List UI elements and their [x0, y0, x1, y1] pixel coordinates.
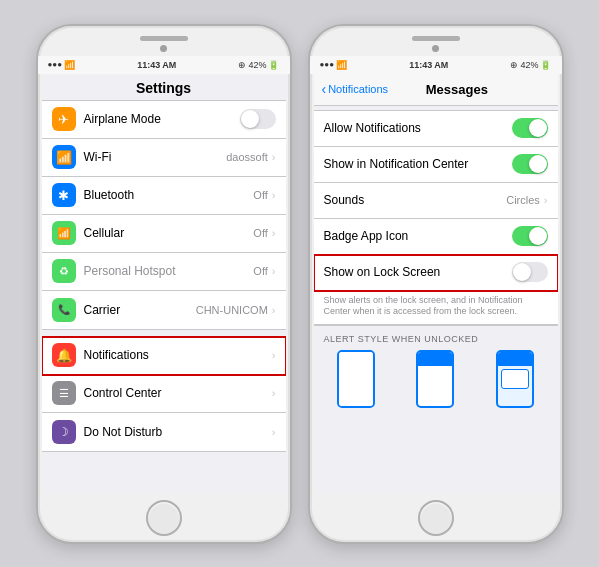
hotspot-icon: ♻ — [52, 259, 76, 283]
back-button[interactable]: ‹ Notifications — [322, 81, 389, 97]
location-icon: ⊕ — [238, 60, 246, 70]
phone-messages: ●●● 📶 11:43 AM ⊕ 42% 🔋 ‹ Notifications M… — [308, 24, 564, 544]
messages-notif-group: Allow Notifications Show in Notification… — [314, 110, 558, 412]
phone-mini-screen-none — [339, 352, 373, 406]
camera-dot — [160, 45, 167, 52]
cellular-icon: 📶 — [52, 221, 76, 245]
hotspot-value: Off — [253, 265, 267, 277]
allow-notif-toggle[interactable] — [512, 118, 548, 138]
row-airplane-mode[interactable]: ✈ Airplane Mode — [42, 101, 286, 139]
row-hotspot[interactable]: ♻ Personal Hotspot Off › — [42, 253, 286, 291]
show-notif-center-label: Show in Notification Center — [324, 157, 512, 171]
airplane-icon: ✈ — [52, 107, 76, 131]
status-right-2: ⊕ 42% 🔋 — [510, 60, 551, 70]
hotspot-chevron: › — [272, 265, 276, 277]
battery-icon-1: 🔋 — [268, 60, 279, 70]
row-allow-notifications[interactable]: Allow Notifications — [314, 111, 558, 147]
status-left-2: ●●● 📶 — [320, 60, 348, 70]
time-1: 11:43 AM — [137, 60, 176, 70]
settings-group-1: ✈ Airplane Mode 📶 Wi-Fi daossoft › ✱ Blu… — [42, 100, 286, 330]
sounds-label: Sounds — [324, 193, 507, 207]
camera-area — [160, 45, 167, 52]
phone-mini-alert-banner — [498, 352, 532, 366]
badge-app-icon-label: Badge App Icon — [324, 229, 512, 243]
cellular-label: Cellular — [84, 226, 254, 240]
carrier-chevron: › — [272, 304, 276, 316]
alert-style-banner[interactable] — [416, 350, 454, 408]
settings-title: Settings — [42, 74, 286, 100]
wifi-icon-2: 📶 — [336, 60, 347, 70]
show-notif-center-toggle[interactable] — [512, 154, 548, 174]
row-notifications[interactable]: 🔔 Notifications › — [42, 337, 286, 375]
row-do-not-disturb[interactable]: ☽ Do Not Disturb › — [42, 413, 286, 451]
speaker-2 — [412, 36, 460, 41]
badge-app-icon-toggle[interactable] — [512, 226, 548, 246]
row-control-center[interactable]: ☰ Control Center › — [42, 375, 286, 413]
alert-style-alert[interactable] — [496, 350, 534, 408]
show-lock-screen-toggle[interactable] — [512, 262, 548, 282]
screen-2: ‹ Notifications Messages Allow Notificat… — [314, 74, 558, 494]
alert-styles-container — [314, 346, 558, 412]
notifications-chevron: › — [272, 349, 276, 361]
bluetooth-value: Off — [253, 189, 267, 201]
home-button-1[interactable] — [146, 500, 182, 536]
phone-mini-banner-bar — [418, 352, 452, 366]
row-carrier[interactable]: 📞 Carrier CHN-UNICOM › — [42, 291, 286, 329]
speaker — [140, 36, 188, 41]
signal-icon: ●●● — [48, 60, 63, 69]
alert-style-none[interactable] — [337, 350, 375, 408]
row-badge-app-icon[interactable]: Badge App Icon — [314, 219, 558, 255]
battery-text-2: 42% — [520, 60, 538, 70]
status-right-1: ⊕ 42% 🔋 — [238, 60, 279, 70]
phone-mini-alert-box — [501, 369, 529, 389]
control-center-icon: ☰ — [52, 381, 76, 405]
carrier-value: CHN-UNICOM — [196, 304, 268, 316]
phone-mini-banner-container — [416, 350, 454, 408]
carrier-label: Carrier — [84, 303, 196, 317]
nav-title: Messages — [388, 82, 525, 97]
bluetooth-chevron: › — [272, 189, 276, 201]
do-not-disturb-chevron: › — [272, 426, 276, 438]
battery-text-1: 42% — [248, 60, 266, 70]
home-button-2[interactable] — [418, 500, 454, 536]
status-left-1: ●●● 📶 — [48, 60, 76, 70]
bluetooth-label: Bluetooth — [84, 188, 254, 202]
cellular-value: Off — [253, 227, 267, 239]
sounds-value: Circles — [506, 194, 540, 206]
signal-icon-2: ●●● — [320, 60, 335, 69]
airplane-label: Airplane Mode — [84, 112, 240, 126]
sounds-chevron: › — [544, 194, 548, 206]
row-show-notif-center[interactable]: Show in Notification Center — [314, 147, 558, 183]
phone-mini-alert-container — [496, 350, 534, 408]
control-center-chevron: › — [272, 387, 276, 399]
camera-dot-2 — [432, 45, 439, 52]
phone-settings: ●●● 📶 11:43 AM ⊕ 42% 🔋 Settings ✈ Airpla… — [36, 24, 292, 544]
notifications-icon: 🔔 — [52, 343, 76, 367]
phones-container: ●●● 📶 11:43 AM ⊕ 42% 🔋 Settings ✈ Airpla… — [36, 24, 564, 544]
wifi-chevron: › — [272, 151, 276, 163]
settings-group-2: 🔔 Notifications › ☰ Control Center › ☽ D… — [42, 336, 286, 452]
cellular-chevron: › — [272, 227, 276, 239]
allow-notif-label: Allow Notifications — [324, 121, 512, 135]
lock-screen-note: Show alerts on the lock screen, and in N… — [314, 291, 558, 325]
bluetooth-icon: ✱ — [52, 183, 76, 207]
camera-area-2 — [432, 45, 439, 52]
show-lock-screen-label: Show on Lock Screen — [324, 265, 512, 279]
notif-group-main: Allow Notifications Show in Notification… — [314, 110, 558, 326]
phone-mini-none — [337, 350, 375, 408]
status-bar-1: ●●● 📶 11:43 AM ⊕ 42% 🔋 — [38, 56, 290, 74]
back-chevron-icon: ‹ — [322, 81, 327, 97]
wifi-icon: 📶 — [52, 145, 76, 169]
do-not-disturb-label: Do Not Disturb — [84, 425, 272, 439]
notifications-label: Notifications — [84, 348, 272, 362]
row-cellular[interactable]: 📶 Cellular Off › — [42, 215, 286, 253]
hotspot-label: Personal Hotspot — [84, 264, 254, 278]
row-wifi[interactable]: 📶 Wi-Fi daossoft › — [42, 139, 286, 177]
row-bluetooth[interactable]: ✱ Bluetooth Off › — [42, 177, 286, 215]
row-show-lock-screen[interactable]: Show on Lock Screen — [314, 255, 558, 291]
control-center-label: Control Center — [84, 386, 272, 400]
do-not-disturb-icon: ☽ — [52, 420, 76, 444]
row-sounds[interactable]: Sounds Circles › — [314, 183, 558, 219]
time-2: 11:43 AM — [409, 60, 448, 70]
airplane-toggle[interactable] — [240, 109, 276, 129]
